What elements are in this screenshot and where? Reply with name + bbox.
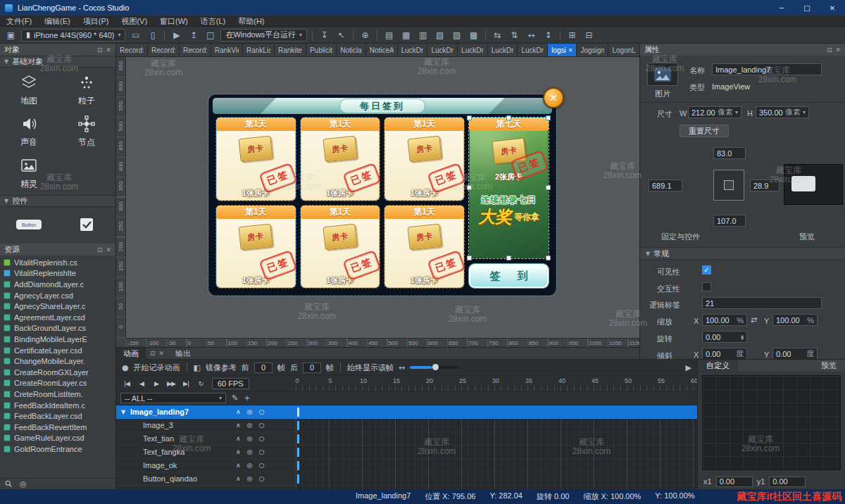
margin-top-input[interactable]: 83.0 [713, 147, 746, 159]
margin-left-input[interactable]: 689.1 [649, 179, 682, 191]
loop-button[interactable]: ↻ [194, 378, 207, 389]
range-icon[interactable]: ↔ [399, 363, 405, 372]
pointer-icon[interactable]: ↖ [334, 29, 348, 42]
next-frame-button[interactable]: ▶▶ [165, 378, 177, 389]
resource-item[interactable]: AgreementLayer.csd [0, 312, 115, 323]
visibility-icon[interactable]: ◎ [247, 422, 253, 429]
visibility-icon[interactable]: ◎ [247, 448, 253, 455]
keyframe-marker[interactable] [297, 474, 299, 484]
float-panel-icon[interactable]: ⊡ [97, 46, 103, 53]
group-icon[interactable]: ⊞ [565, 29, 579, 42]
tab-rankite[interactable]: Rankite [275, 44, 306, 56]
controls-section[interactable]: ▼ 控件 [0, 195, 115, 207]
solo-icon[interactable]: ○ [258, 435, 264, 442]
resource-item[interactable]: AgnecyLayer.csd [0, 290, 115, 301]
align-right-icon[interactable]: ▥ [416, 29, 430, 42]
resource-item[interactable]: FeedBackRevertItem [0, 422, 115, 433]
slider-knob[interactable] [432, 364, 439, 370]
track-image_3[interactable]: Image_3∧◎○ [116, 419, 697, 432]
resource-item[interactable]: CertificateLayer.csd [0, 345, 115, 356]
solo-icon[interactable]: ○ [258, 448, 264, 455]
tab-output[interactable]: 输出 [168, 348, 198, 360]
menu-item[interactable]: 文件(F) [0, 15, 38, 27]
resource-item[interactable]: BackGroundLayer.cs [0, 323, 115, 334]
tab-record[interactable]: Record: [148, 44, 180, 56]
ungroup-icon[interactable]: ⊟ [582, 29, 596, 42]
object-item-sprite[interactable]: 精灵 [0, 152, 58, 194]
distribute-h-icon[interactable]: ⇆ [491, 29, 504, 42]
keyframe-marker[interactable] [297, 448, 299, 457]
resource-item[interactable]: CreateRoomGXLayer [0, 367, 115, 378]
selection-handle[interactable] [467, 256, 472, 260]
close-button[interactable]: ✕ [820, 0, 845, 15]
float-panel-icon[interactable]: ⊡ [150, 350, 156, 357]
record-icon[interactable]: ● [122, 363, 129, 372]
add-icon[interactable]: + [244, 393, 250, 403]
selection-handle[interactable] [467, 185, 472, 190]
publish-icon[interactable]: ↥ [187, 29, 200, 42]
menu-item[interactable]: 视图(V) [115, 15, 154, 27]
spin-down-icon[interactable]: ▼ [741, 337, 744, 340]
resource-item[interactable]: VitalitReplenishIte [0, 268, 115, 279]
resource-item[interactable]: BindingMobileLayerE [0, 334, 115, 345]
resource-item[interactable]: CreteRoomListItem. [0, 389, 115, 400]
play-button[interactable]: ▶ [150, 378, 163, 389]
resource-item[interactable]: CreateRoomLayer.cs [0, 378, 115, 389]
selection-handle[interactable] [546, 256, 551, 260]
tab-preview[interactable]: 预览 [813, 360, 845, 372]
curve-grid[interactable] [702, 375, 841, 470]
object-item-sound[interactable]: 声音 [0, 111, 58, 152]
tab-luckdr[interactable]: LuckDr [488, 44, 518, 56]
tag-input[interactable]: 21 [702, 297, 822, 309]
move-tool-icon[interactable]: ⊕ [358, 29, 372, 42]
visible-checkbox[interactable]: ✓ [702, 265, 711, 275]
always-show-label[interactable]: 始终显示该帧 [347, 363, 394, 373]
x1-input[interactable]: 0.00 [716, 477, 753, 487]
expand-h-icon[interactable]: ↔ [525, 29, 538, 42]
collapse-icon[interactable]: ∧ [236, 422, 241, 429]
tab-record[interactable]: Record: [116, 44, 148, 56]
object-item-node[interactable]: 节点 [58, 111, 115, 152]
keyframe-marker[interactable] [297, 434, 299, 443]
rotate-input[interactable]: 0.00 ▲▼ [702, 331, 747, 343]
go-last-button[interactable]: ▶| [180, 378, 192, 389]
selection-handle[interactable] [506, 256, 511, 260]
tab-close-icon[interactable]: ✕ [568, 47, 573, 53]
skew-y-input[interactable]: 0.00度 [772, 348, 818, 360]
rotate-landscape-icon[interactable]: ▭ [129, 29, 142, 42]
basic-objects-section[interactable]: ▼ 基础对象 [0, 56, 115, 68]
tab-luckdr[interactable]: LuckDr [427, 44, 458, 56]
frame-ruler[interactable]: 051015202530354045505560 [296, 376, 697, 391]
scene-menu-icon[interactable]: ▣ [4, 29, 18, 42]
menu-item[interactable]: 语言(L) [194, 15, 232, 27]
visibility-icon[interactable]: ◎ [247, 408, 253, 415]
close-panel-icon[interactable]: ✕ [835, 46, 841, 53]
solo-icon[interactable]: ○ [258, 462, 264, 469]
download-icon[interactable]: ↧ [318, 29, 331, 42]
tab-logonl[interactable]: LogonL [608, 44, 639, 56]
visibility-icon[interactable]: ◎ [247, 435, 253, 442]
tab-ranklis[interactable]: RankLis [243, 44, 275, 56]
filter-icon[interactable]: ◎ [20, 479, 27, 489]
resource-item[interactable]: FeedBackLayer.csd [0, 410, 115, 422]
day-card-5[interactable]: 第1天房卡已签1张房卡 [301, 206, 380, 289]
minimize-button[interactable]: ─ [769, 0, 794, 15]
track-text_tian[interactable]: Text_tian∧◎○ [116, 432, 697, 446]
menu-item[interactable]: 窗口(W) [154, 15, 194, 27]
tab-rankvie[interactable]: RankVie [211, 44, 243, 56]
mirror-icon[interactable]: ◧ [194, 363, 201, 372]
selection-handle[interactable] [546, 115, 551, 120]
solo-icon[interactable]: ○ [258, 408, 264, 415]
checkbox-widget-item[interactable] [58, 210, 115, 241]
solo-icon[interactable]: ○ [258, 475, 264, 482]
height-input[interactable]: 350.00像素 ▾ [756, 106, 809, 118]
keyframe-marker[interactable] [297, 421, 299, 430]
track-filter-select[interactable]: -- ALL -- ▾ [120, 393, 226, 403]
day-card-4[interactable]: 第1天房卡已签1张房卡 [216, 206, 296, 289]
expand-v-icon[interactable]: ↕ [542, 29, 555, 42]
name-input[interactable]: Image_landing7 [712, 63, 822, 75]
tab-luckdr[interactable]: LuckDr [398, 44, 428, 56]
keyframe-marker[interactable] [297, 408, 299, 417]
close-panel-icon[interactable]: ✕ [106, 46, 111, 53]
anchor-widget[interactable] [713, 170, 744, 201]
